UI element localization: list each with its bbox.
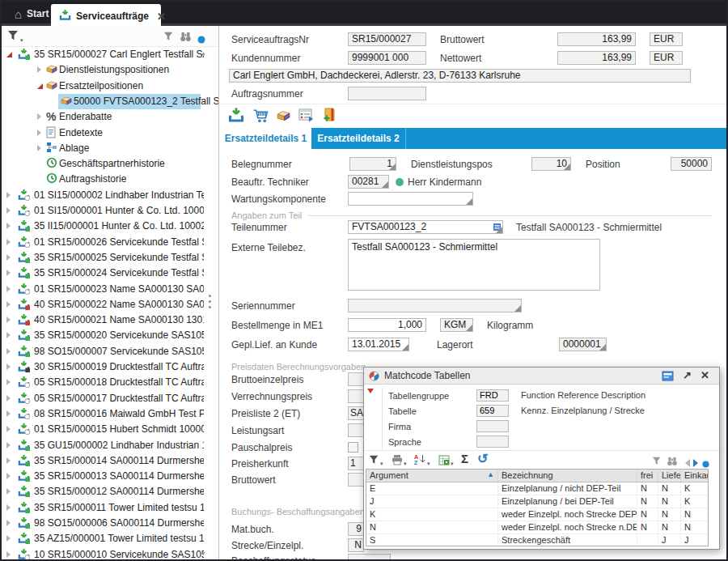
tree-item[interactable]: Endetexte	[2, 125, 218, 141]
search-binoculars-icon[interactable]	[667, 455, 678, 470]
import-order-icon[interactable]	[228, 107, 244, 126]
tree-collapsed-arrow-icon[interactable]	[6, 535, 11, 542]
bruttowert-field[interactable]: 163,99	[557, 32, 636, 46]
scroll-down-icon[interactable]: ▼	[201, 550, 206, 556]
dock-window-icon[interactable]	[662, 371, 674, 384]
table-row[interactable]: Kweder Einzelpl. noch Strecke DEP-TeilNN…	[366, 508, 708, 521]
tree-collapsed-arrow-icon[interactable]	[6, 520, 11, 526]
filter-icon[interactable]: ▾	[369, 454, 383, 469]
tree-item[interactable]: 01 SI15/000002 Lindhaber Industrian Test	[2, 188, 218, 203]
tree-item[interactable]: 05 SR15/000017 Drucktestfall TC Auftrags	[2, 391, 218, 406]
tree-item[interactable]: 40 SR15/000021 Name SA000130 13013	[2, 312, 218, 328]
maximize-icon[interactable]: ↗	[683, 369, 692, 381]
tree-item[interactable]: 35 SR15/000027 Carl Englert Testfall SA0…	[2, 47, 218, 62]
tabellengruppe-field[interactable]: FRD	[476, 389, 509, 402]
tree-item[interactable]: Geschäftspartnerhistorie	[2, 156, 218, 172]
tree-item[interactable]: 98 SO15/000007 Servicekunde SAS105 Au	[2, 344, 218, 359]
tree-collapsed-arrow-icon[interactable]	[6, 301, 11, 308]
tree-item[interactable]: 50000 FVTSA000123_2 Testfall SA	[2, 94, 218, 109]
tree-item[interactable]: 35 II15/000001 Hunter & Co. Ltd. 10002	[2, 219, 218, 234]
tree-collapsed-arrow-icon[interactable]	[6, 348, 11, 355]
seriennummer-field[interactable]	[348, 299, 522, 312]
tree-collapsed-arrow-icon[interactable]	[6, 254, 11, 261]
tree-collapsed-arrow-icon[interactable]	[6, 551, 11, 558]
column-header[interactable]: Liefera	[658, 470, 681, 482]
table-row[interactable]: JEinzelplanung / bei DEP-TeilNNK	[366, 495, 708, 508]
geplante-lieferung-field[interactable]: 13.01.2015	[348, 338, 409, 351]
positions-list-icon[interactable]	[298, 108, 315, 125]
scroll-up-icon[interactable]: ▲	[201, 50, 206, 56]
part-lookup-icon[interactable]	[493, 222, 501, 234]
dienstleistungspos-field[interactable]: 10	[531, 157, 571, 171]
tree-item[interactable]: 10 SR15/000010 Servicekunde SAS105 Au	[2, 547, 218, 559]
tree-item[interactable]: 05 SR15/000018 Drucktestfall TC Auftrags	[2, 375, 218, 390]
tree-collapsed-arrow-icon[interactable]	[6, 317, 11, 323]
belegnummer-field[interactable]: 1	[349, 157, 396, 171]
tree-item[interactable]: %Enderabatte	[2, 109, 218, 125]
tree-collapsed-arrow-icon[interactable]	[6, 332, 11, 338]
filter-dropdown-icon[interactable]: ▾	[7, 30, 23, 45]
dialog-titlebar[interactable]: Matchcode Tabellen ↗ ✕	[364, 368, 719, 385]
tree-item[interactable]: Auftragshistorie	[2, 172, 218, 187]
tree-collapsed-arrow-icon[interactable]	[6, 286, 11, 292]
column-header[interactable]: Bezeichnung	[498, 470, 637, 482]
tree-collapsed-arrow-icon[interactable]	[6, 363, 11, 370]
tree-item[interactable]: 35 SR15/000011 Tower Limited testsu 100	[2, 500, 218, 516]
tree-expanded-arrow-icon[interactable]	[6, 52, 12, 57]
tree-item[interactable]: 01 SR15/000023 Name SA000130 SA0001	[2, 282, 218, 297]
tree-item[interactable]: 35 AZ15/000001 Tower Limited testsu 100	[2, 531, 218, 546]
tree-collapsed-arrow-icon[interactable]	[6, 442, 11, 448]
tree-item[interactable]: 35 SR15/000020 Servicekunde SAS105 Au	[2, 328, 218, 343]
tab-serviceauftraege[interactable]: Serviceaufträge ✕	[51, 4, 161, 28]
close-tab-icon[interactable]: ✕	[157, 11, 166, 23]
add-catalog-icon[interactable]	[323, 107, 337, 126]
strecke-einzelpl-field[interactable]: N	[348, 538, 364, 552]
tree-collapsed-arrow-icon[interactable]	[6, 270, 11, 276]
column-header[interactable]: Argument▲	[366, 470, 498, 482]
tree-collapsed-arrow-icon[interactable]	[37, 66, 41, 73]
cart-icon[interactable]	[252, 108, 269, 126]
preisherkunft-field[interactable]: 1	[348, 457, 364, 470]
tree-item[interactable]: 35 GU15/000002 Lindhaber Industrian 10	[2, 438, 218, 453]
bestellmenge-field[interactable]: 1,000	[348, 318, 426, 332]
position-field[interactable]: 50000	[671, 157, 712, 171]
sprache-field[interactable]	[476, 436, 509, 448]
tab-ersatzteildetails-1[interactable]: Ersatzteildetails 1	[220, 128, 311, 149]
tree-item[interactable]: 30 SR15/000019 Drucktestfall TC Auftrags	[2, 359, 218, 375]
tree-item[interactable]: 08 SR15/000016 Maiwald GmbH Test PRJ I	[2, 406, 218, 422]
search-binoculars-icon[interactable]	[180, 31, 192, 45]
tree-item[interactable]: 35 SR15/000024 Servicekunde Testfal SA0	[2, 266, 218, 281]
tree-collapsed-arrow-icon[interactable]	[37, 113, 41, 120]
refresh-icon[interactable]: ↺	[477, 451, 488, 466]
tree-item[interactable]: 01 SR15/000026 Servicekunde Testfal SA0	[2, 235, 218, 250]
mengeneinheit-field[interactable]: KGM	[440, 318, 473, 332]
tab-ersatzteildetails-2[interactable]: Ersatzteildetails 2	[311, 128, 406, 149]
auftragsnummer-field[interactable]	[348, 87, 426, 100]
tree-collapsed-arrow-icon[interactable]	[6, 426, 11, 432]
tree-expanded-arrow-icon[interactable]	[37, 83, 43, 89]
close-dialog-icon[interactable]: ✕	[700, 369, 709, 381]
tree-collapsed-arrow-icon[interactable]	[6, 395, 11, 402]
tree-collapsed-arrow-icon[interactable]	[6, 207, 11, 214]
table-header-row[interactable]: Argument▲ Bezeichnung frei Liefera Einka…	[366, 470, 708, 482]
tabelle-field[interactable]: 659	[476, 405, 509, 417]
sort-az-icon[interactable]: AZ▾	[414, 453, 430, 469]
tree-item[interactable]: 01 SI15/000001 Hunter & Co. Ltd. 10002	[2, 203, 218, 219]
lagerort-field[interactable]: 0000001	[559, 338, 607, 351]
tree-item[interactable]: Dienstleistungspositionen	[2, 62, 218, 78]
sum-icon[interactable]: Σ	[461, 452, 468, 465]
kundennummer-field[interactable]: 9999001 000	[348, 51, 426, 65]
tree-item[interactable]: 35 SR15/000025 Servicekunde Testfal SA0	[2, 250, 218, 266]
tree-collapsed-arrow-icon[interactable]	[6, 192, 11, 198]
tree-collapsed-arrow-icon[interactable]	[6, 457, 11, 464]
tree-item[interactable]: 35 SR15/000014 SA000114 Durmersheim	[2, 453, 218, 469]
tree-item[interactable]: 98 SO15/000006 SA000114 Durmersheim	[2, 516, 218, 531]
tree-item[interactable]: Ablage	[2, 141, 218, 156]
teilenummer-field[interactable]: FVTSA000123_2	[348, 220, 503, 234]
nettowert-field[interactable]: 163,99	[557, 51, 636, 65]
print-icon[interactable]: ▾	[392, 454, 407, 469]
tree-collapsed-arrow-icon[interactable]	[6, 488, 11, 495]
tree-collapsed-arrow-icon[interactable]	[6, 410, 11, 417]
mat-buch-field[interactable]: 9	[348, 522, 364, 536]
tree-collapsed-arrow-icon[interactable]	[6, 223, 11, 229]
